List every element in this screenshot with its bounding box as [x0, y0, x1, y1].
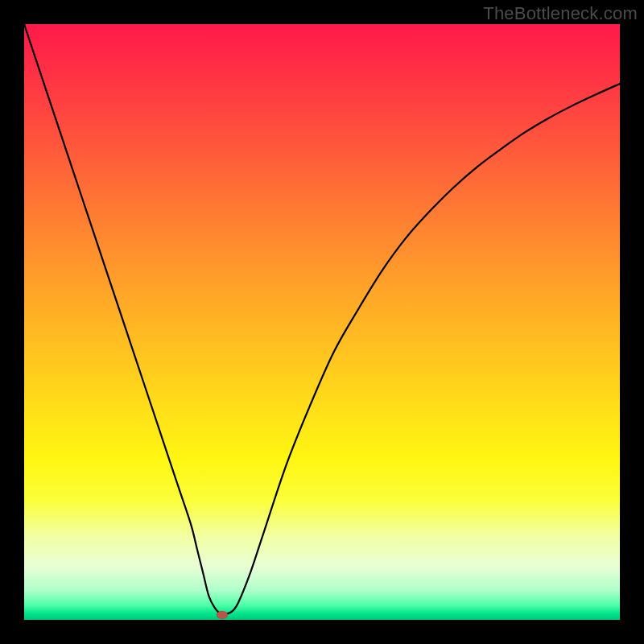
watermark-text: TheBottleneck.com — [483, 3, 638, 24]
plot-area — [24, 24, 620, 620]
bottleneck-curve — [24, 24, 620, 620]
chart-frame: TheBottleneck.com — [0, 0, 644, 644]
optimal-point-marker — [217, 611, 228, 619]
curve-path — [24, 24, 620, 614]
